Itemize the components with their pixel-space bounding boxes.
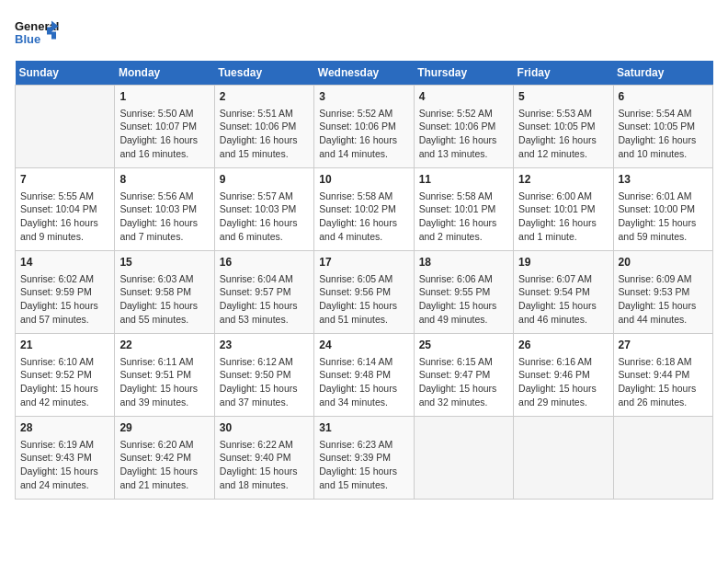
calendar-cell: 27Sunrise: 6:18 AM Sunset: 9:44 PM Dayli… <box>613 334 712 417</box>
day-number: 21 <box>20 338 109 353</box>
calendar-table: SundayMondayTuesdayWednesdayThursdayFrid… <box>15 61 713 500</box>
cell-content: Sunrise: 5:55 AM Sunset: 10:04 PM Daylig… <box>20 190 109 244</box>
calendar-cell <box>514 417 613 500</box>
cell-content: Sunrise: 6:14 AM Sunset: 9:48 PM Dayligh… <box>319 355 408 409</box>
day-number: 15 <box>119 255 209 270</box>
calendar-cell: 11Sunrise: 5:58 AM Sunset: 10:01 PM Dayl… <box>414 168 513 251</box>
day-number: 6 <box>619 89 708 105</box>
day-number: 16 <box>220 255 309 270</box>
weekday-header-thursday: Thursday <box>414 61 513 86</box>
calendar-cell: 10Sunrise: 5:58 AM Sunset: 10:02 PM Dayl… <box>314 168 414 251</box>
cell-content: Sunrise: 5:52 AM Sunset: 10:06 PM Daylig… <box>419 107 508 161</box>
weekday-header-monday: Monday <box>115 61 214 86</box>
cell-content: Sunrise: 5:57 AM Sunset: 10:03 PM Daylig… <box>220 190 309 244</box>
cell-content: Sunrise: 6:20 AM Sunset: 9:42 PM Dayligh… <box>119 438 209 492</box>
day-number: 22 <box>119 338 209 353</box>
cell-content: Sunrise: 6:11 AM Sunset: 9:51 PM Dayligh… <box>119 355 209 409</box>
day-number: 2 <box>220 89 309 105</box>
cell-content: Sunrise: 5:53 AM Sunset: 10:05 PM Daylig… <box>518 107 608 161</box>
calendar-cell: 3Sunrise: 5:52 AM Sunset: 10:06 PM Dayli… <box>314 86 414 168</box>
cell-content: Sunrise: 5:58 AM Sunset: 10:02 PM Daylig… <box>319 190 408 244</box>
cell-content: Sunrise: 6:18 AM Sunset: 9:44 PM Dayligh… <box>619 355 708 409</box>
calendar-week-4: 21Sunrise: 6:10 AM Sunset: 9:52 PM Dayli… <box>16 334 713 417</box>
cell-content: Sunrise: 6:00 AM Sunset: 10:01 PM Daylig… <box>518 190 608 244</box>
cell-content: Sunrise: 6:19 AM Sunset: 9:43 PM Dayligh… <box>20 438 109 492</box>
calendar-cell: 8Sunrise: 5:56 AM Sunset: 10:03 PM Dayli… <box>115 168 214 251</box>
cell-content: Sunrise: 6:23 AM Sunset: 9:39 PM Dayligh… <box>319 438 408 492</box>
calendar-cell: 14Sunrise: 6:02 AM Sunset: 9:59 PM Dayli… <box>16 251 115 334</box>
calendar-body: 1Sunrise: 5:50 AM Sunset: 10:07 PM Dayli… <box>16 86 713 500</box>
calendar-header: SundayMondayTuesdayWednesdayThursdayFrid… <box>16 61 713 86</box>
day-number: 8 <box>119 172 209 188</box>
day-number: 23 <box>220 338 309 353</box>
cell-content: Sunrise: 6:12 AM Sunset: 9:50 PM Dayligh… <box>220 355 309 409</box>
cell-content: Sunrise: 6:09 AM Sunset: 9:53 PM Dayligh… <box>619 272 708 327</box>
calendar-cell: 2Sunrise: 5:51 AM Sunset: 10:06 PM Dayli… <box>214 86 313 168</box>
calendar-cell <box>613 417 712 500</box>
cell-content: Sunrise: 5:54 AM Sunset: 10:05 PM Daylig… <box>619 107 708 161</box>
cell-content: Sunrise: 6:16 AM Sunset: 9:46 PM Dayligh… <box>518 355 608 409</box>
day-number: 19 <box>518 255 608 270</box>
day-number: 13 <box>619 172 708 188</box>
weekday-header-row: SundayMondayTuesdayWednesdayThursdayFrid… <box>16 61 713 86</box>
cell-content: Sunrise: 5:56 AM Sunset: 10:03 PM Daylig… <box>119 190 209 244</box>
day-number: 5 <box>518 89 608 105</box>
day-number: 12 <box>518 172 608 188</box>
cell-content: Sunrise: 6:06 AM Sunset: 9:55 PM Dayligh… <box>419 272 508 327</box>
calendar-cell: 6Sunrise: 5:54 AM Sunset: 10:05 PM Dayli… <box>613 86 712 168</box>
cell-content: Sunrise: 6:22 AM Sunset: 9:40 PM Dayligh… <box>220 438 309 492</box>
cell-content: Sunrise: 6:10 AM Sunset: 9:52 PM Dayligh… <box>20 355 109 409</box>
day-number: 25 <box>419 338 508 353</box>
calendar-cell: 19Sunrise: 6:07 AM Sunset: 9:54 PM Dayli… <box>514 251 613 334</box>
calendar-cell: 30Sunrise: 6:22 AM Sunset: 9:40 PM Dayli… <box>214 417 313 500</box>
calendar-cell: 5Sunrise: 5:53 AM Sunset: 10:05 PM Dayli… <box>514 86 613 168</box>
calendar-cell: 15Sunrise: 6:03 AM Sunset: 9:58 PM Dayli… <box>115 251 214 334</box>
cell-content: Sunrise: 5:50 AM Sunset: 10:07 PM Daylig… <box>119 107 209 161</box>
calendar-week-3: 14Sunrise: 6:02 AM Sunset: 9:59 PM Dayli… <box>16 251 713 334</box>
weekday-header-tuesday: Tuesday <box>214 61 313 86</box>
day-number: 7 <box>20 172 109 188</box>
calendar-cell <box>414 417 513 500</box>
day-number: 24 <box>319 338 408 353</box>
calendar-cell: 22Sunrise: 6:11 AM Sunset: 9:51 PM Dayli… <box>115 334 214 417</box>
day-number: 17 <box>319 255 408 270</box>
day-number: 4 <box>419 89 508 105</box>
calendar-cell: 4Sunrise: 5:52 AM Sunset: 10:06 PM Dayli… <box>414 86 513 168</box>
day-number: 3 <box>319 89 408 105</box>
calendar-cell: 20Sunrise: 6:09 AM Sunset: 9:53 PM Dayli… <box>613 251 712 334</box>
calendar-cell <box>16 86 115 168</box>
calendar-cell: 12Sunrise: 6:00 AM Sunset: 10:01 PM Dayl… <box>514 168 613 251</box>
weekday-header-sunday: Sunday <box>16 61 115 86</box>
calendar-week-2: 7Sunrise: 5:55 AM Sunset: 10:04 PM Dayli… <box>16 168 713 251</box>
calendar-cell: 7Sunrise: 5:55 AM Sunset: 10:04 PM Dayli… <box>16 168 115 251</box>
day-number: 11 <box>419 172 508 188</box>
day-number: 1 <box>119 89 209 105</box>
calendar-cell: 21Sunrise: 6:10 AM Sunset: 9:52 PM Dayli… <box>16 334 115 417</box>
cell-content: Sunrise: 6:04 AM Sunset: 9:57 PM Dayligh… <box>220 272 309 327</box>
day-number: 20 <box>619 255 708 270</box>
calendar-cell: 28Sunrise: 6:19 AM Sunset: 9:43 PM Dayli… <box>16 417 115 500</box>
calendar-cell: 9Sunrise: 5:57 AM Sunset: 10:03 PM Dayli… <box>214 168 313 251</box>
cell-content: Sunrise: 6:03 AM Sunset: 9:58 PM Dayligh… <box>119 272 209 327</box>
day-number: 10 <box>319 172 408 188</box>
day-number: 9 <box>220 172 309 188</box>
day-number: 31 <box>319 420 408 436</box>
calendar-cell: 13Sunrise: 6:01 AM Sunset: 10:00 PM Dayl… <box>613 168 712 251</box>
cell-content: Sunrise: 5:51 AM Sunset: 10:06 PM Daylig… <box>220 107 309 161</box>
day-number: 18 <box>419 255 508 270</box>
weekday-header-friday: Friday <box>514 61 613 86</box>
calendar-cell: 16Sunrise: 6:04 AM Sunset: 9:57 PM Dayli… <box>214 251 313 334</box>
cell-content: Sunrise: 5:52 AM Sunset: 10:06 PM Daylig… <box>319 107 408 161</box>
svg-text:Blue: Blue <box>15 32 40 46</box>
day-number: 28 <box>20 420 109 436</box>
day-number: 14 <box>20 255 109 270</box>
calendar-cell: 24Sunrise: 6:14 AM Sunset: 9:48 PM Dayli… <box>314 334 414 417</box>
cell-content: Sunrise: 5:58 AM Sunset: 10:01 PM Daylig… <box>419 190 508 244</box>
cell-content: Sunrise: 6:02 AM Sunset: 9:59 PM Dayligh… <box>20 272 109 327</box>
day-number: 27 <box>619 338 708 353</box>
logo-svg: General Blue <box>15 15 61 52</box>
calendar-cell: 26Sunrise: 6:16 AM Sunset: 9:46 PM Dayli… <box>514 334 613 417</box>
weekday-header-wednesday: Wednesday <box>314 61 414 86</box>
calendar-cell: 25Sunrise: 6:15 AM Sunset: 9:47 PM Dayli… <box>414 334 513 417</box>
calendar-cell: 17Sunrise: 6:05 AM Sunset: 9:56 PM Dayli… <box>314 251 414 334</box>
